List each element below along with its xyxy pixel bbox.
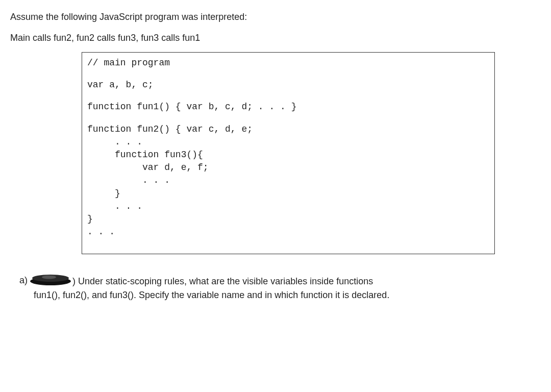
code-line: function fun2() { var c, d, e;	[87, 123, 489, 136]
redaction-mark-icon	[30, 274, 71, 286]
code-line: // main program	[87, 57, 489, 69]
svg-point-2	[42, 276, 56, 279]
code-line: var a, b, c;	[87, 79, 489, 91]
code-line: }	[87, 213, 489, 226]
code-line: . . .	[87, 226, 489, 238]
code-line: var d, e, f;	[87, 161, 489, 174]
code-line: function fun1() { var b, c, d; . . . }	[87, 101, 489, 113]
intro-text-1: Assume the following JavaScript program …	[10, 10, 541, 24]
code-line: }	[87, 187, 489, 200]
question-a: a) ) Under static-scoping rules, what ar…	[19, 275, 541, 288]
code-box: // main program var a, b, c; function fu…	[82, 52, 495, 254]
code-line: . . .	[87, 200, 489, 213]
intro-text-2: Main calls fun2, fun2 calls fun3, fun3 c…	[10, 31, 541, 45]
question-first: Under static-scoping rules, what are the…	[76, 276, 373, 286]
question-text-line1: ) Under static-scoping rules, what are t…	[72, 275, 541, 288]
code-line: function fun3(){	[87, 149, 489, 161]
code-line: . . .	[87, 136, 489, 149]
question-label: a)	[19, 275, 28, 286]
code-line: . . .	[87, 174, 489, 187]
question-text-rest: fun1(), fun2(), and fun3(). Specify the …	[34, 288, 541, 302]
